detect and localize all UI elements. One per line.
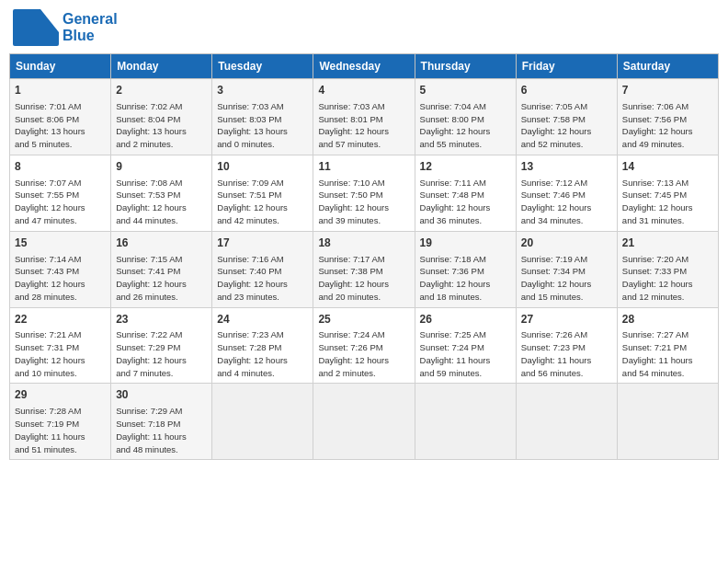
calendar-cell: 28Sunrise: 7:27 AM Sunset: 7:21 PM Dayli… — [617, 307, 718, 384]
day-number: 30 — [116, 387, 207, 403]
day-detail: Sunrise: 7:16 AM Sunset: 7:40 PM Dayligh… — [217, 253, 308, 304]
calendar-cell: 30Sunrise: 7:29 AM Sunset: 7:18 PM Dayli… — [111, 384, 212, 460]
calendar-table: SundayMondayTuesdayWednesdayThursdayFrid… — [9, 53, 719, 460]
weekday-header-monday: Monday — [111, 54, 212, 79]
day-number: 18 — [318, 236, 409, 251]
calendar-cell — [212, 384, 313, 460]
calendar-cell: 26Sunrise: 7:25 AM Sunset: 7:24 PM Dayli… — [415, 307, 516, 384]
day-detail: Sunrise: 7:23 AM Sunset: 7:28 PM Dayligh… — [217, 328, 308, 379]
day-number: 13 — [521, 159, 612, 175]
weekday-header-sunday: Sunday — [10, 54, 111, 79]
day-number: 21 — [622, 236, 713, 251]
day-number: 9 — [116, 159, 207, 175]
day-number: 22 — [15, 312, 106, 327]
day-number: 28 — [622, 312, 713, 327]
logo: GeneralBlue — [13, 9, 118, 46]
calendar-cell: 15Sunrise: 7:14 AM Sunset: 7:43 PM Dayli… — [10, 231, 111, 307]
calendar-cell: 5Sunrise: 7:04 AM Sunset: 8:00 PM Daylig… — [415, 79, 516, 155]
day-detail: Sunrise: 7:27 AM Sunset: 7:21 PM Dayligh… — [622, 328, 713, 379]
day-detail: Sunrise: 7:14 AM Sunset: 7:43 PM Dayligh… — [15, 253, 106, 304]
day-number: 4 — [318, 83, 409, 98]
calendar-cell: 20Sunrise: 7:19 AM Sunset: 7:34 PM Dayli… — [516, 231, 617, 307]
day-number: 20 — [521, 236, 612, 251]
day-number: 14 — [622, 159, 713, 175]
day-number: 8 — [15, 159, 106, 175]
calendar-cell: 22Sunrise: 7:21 AM Sunset: 7:31 PM Dayli… — [10, 307, 111, 384]
calendar-cell: 1Sunrise: 7:01 AM Sunset: 8:06 PM Daylig… — [10, 79, 111, 155]
calendar-cell: 12Sunrise: 7:11 AM Sunset: 7:48 PM Dayli… — [415, 155, 516, 231]
weekday-header-wednesday: Wednesday — [313, 54, 415, 79]
day-detail: Sunrise: 7:20 AM Sunset: 7:33 PM Dayligh… — [622, 253, 713, 304]
day-detail: Sunrise: 7:26 AM Sunset: 7:23 PM Dayligh… — [521, 328, 612, 379]
day-detail: Sunrise: 7:25 AM Sunset: 7:24 PM Dayligh… — [420, 328, 511, 379]
day-number: 16 — [116, 236, 207, 251]
day-detail: Sunrise: 7:10 AM Sunset: 7:50 PM Dayligh… — [318, 177, 409, 227]
calendar-cell: 10Sunrise: 7:09 AM Sunset: 7:51 PM Dayli… — [212, 155, 313, 231]
logo-blue: Blue — [63, 28, 118, 44]
day-number: 12 — [420, 159, 511, 175]
day-number: 5 — [420, 83, 511, 98]
calendar-cell: 18Sunrise: 7:17 AM Sunset: 7:38 PM Dayli… — [313, 231, 415, 307]
calendar-cell: 6Sunrise: 7:05 AM Sunset: 7:58 PM Daylig… — [516, 79, 617, 155]
calendar-cell: 3Sunrise: 7:03 AM Sunset: 8:03 PM Daylig… — [212, 79, 313, 155]
calendar-cell — [516, 384, 617, 460]
day-detail: Sunrise: 7:02 AM Sunset: 8:04 PM Dayligh… — [116, 100, 207, 151]
calendar-cell: 9Sunrise: 7:08 AM Sunset: 7:53 PM Daylig… — [111, 155, 212, 231]
day-detail: Sunrise: 7:03 AM Sunset: 8:01 PM Dayligh… — [318, 100, 409, 151]
day-detail: Sunrise: 7:04 AM Sunset: 8:00 PM Dayligh… — [420, 100, 511, 151]
day-detail: Sunrise: 7:28 AM Sunset: 7:19 PM Dayligh… — [15, 405, 106, 455]
day-detail: Sunrise: 7:19 AM Sunset: 7:34 PM Dayligh… — [521, 253, 612, 304]
day-number: 23 — [116, 312, 207, 327]
day-detail: Sunrise: 7:17 AM Sunset: 7:38 PM Dayligh… — [318, 253, 409, 304]
weekday-header-tuesday: Tuesday — [212, 54, 313, 79]
day-number: 2 — [116, 83, 207, 98]
day-detail: Sunrise: 7:12 AM Sunset: 7:46 PM Dayligh… — [521, 177, 612, 227]
calendar-cell: 21Sunrise: 7:20 AM Sunset: 7:33 PM Dayli… — [617, 231, 718, 307]
weekday-header-friday: Friday — [516, 54, 617, 79]
day-detail: Sunrise: 7:05 AM Sunset: 7:58 PM Dayligh… — [521, 100, 612, 151]
day-detail: Sunrise: 7:24 AM Sunset: 7:26 PM Dayligh… — [318, 328, 409, 379]
day-number: 10 — [217, 159, 308, 175]
day-detail: Sunrise: 7:13 AM Sunset: 7:45 PM Dayligh… — [622, 177, 713, 227]
calendar-cell: 7Sunrise: 7:06 AM Sunset: 7:56 PM Daylig… — [617, 79, 718, 155]
day-detail: Sunrise: 7:03 AM Sunset: 8:03 PM Dayligh… — [217, 100, 308, 151]
calendar-cell: 4Sunrise: 7:03 AM Sunset: 8:01 PM Daylig… — [313, 79, 415, 155]
calendar-cell: 29Sunrise: 7:28 AM Sunset: 7:19 PM Dayli… — [10, 384, 111, 460]
weekday-header-saturday: Saturday — [617, 54, 718, 79]
logo-general: General — [63, 11, 118, 28]
calendar-cell — [617, 384, 718, 460]
day-number: 1 — [15, 83, 106, 98]
day-detail: Sunrise: 7:09 AM Sunset: 7:51 PM Dayligh… — [217, 177, 308, 227]
day-number: 25 — [318, 312, 409, 327]
calendar-cell: 13Sunrise: 7:12 AM Sunset: 7:46 PM Dayli… — [516, 155, 617, 231]
day-detail: Sunrise: 7:07 AM Sunset: 7:55 PM Dayligh… — [15, 177, 106, 227]
calendar-cell: 27Sunrise: 7:26 AM Sunset: 7:23 PM Dayli… — [516, 307, 617, 384]
calendar-cell: 19Sunrise: 7:18 AM Sunset: 7:36 PM Dayli… — [415, 231, 516, 307]
day-detail: Sunrise: 7:18 AM Sunset: 7:36 PM Dayligh… — [420, 253, 511, 304]
page-header: GeneralBlue — [9, 9, 719, 46]
day-number: 6 — [521, 83, 612, 98]
day-detail: Sunrise: 7:22 AM Sunset: 7:29 PM Dayligh… — [116, 328, 207, 379]
calendar-cell: 11Sunrise: 7:10 AM Sunset: 7:50 PM Dayli… — [313, 155, 415, 231]
day-number: 24 — [217, 312, 308, 327]
day-detail: Sunrise: 7:29 AM Sunset: 7:18 PM Dayligh… — [116, 405, 207, 455]
day-number: 29 — [15, 387, 106, 403]
day-detail: Sunrise: 7:08 AM Sunset: 7:53 PM Dayligh… — [116, 177, 207, 227]
day-number: 15 — [15, 236, 106, 251]
day-detail: Sunrise: 7:01 AM Sunset: 8:06 PM Dayligh… — [15, 100, 106, 151]
calendar-cell: 2Sunrise: 7:02 AM Sunset: 8:04 PM Daylig… — [111, 79, 212, 155]
calendar-cell: 14Sunrise: 7:13 AM Sunset: 7:45 PM Dayli… — [617, 155, 718, 231]
calendar-cell — [313, 384, 415, 460]
calendar-cell: 24Sunrise: 7:23 AM Sunset: 7:28 PM Dayli… — [212, 307, 313, 384]
calendar-cell: 16Sunrise: 7:15 AM Sunset: 7:41 PM Dayli… — [111, 231, 212, 307]
calendar-cell — [415, 384, 516, 460]
logo-icon — [13, 9, 59, 46]
day-number: 17 — [217, 236, 308, 251]
calendar-cell: 8Sunrise: 7:07 AM Sunset: 7:55 PM Daylig… — [10, 155, 111, 231]
day-number: 3 — [217, 83, 308, 98]
calendar-cell: 25Sunrise: 7:24 AM Sunset: 7:26 PM Dayli… — [313, 307, 415, 384]
day-number: 26 — [420, 312, 511, 327]
day-number: 19 — [420, 236, 511, 251]
calendar-cell: 23Sunrise: 7:22 AM Sunset: 7:29 PM Dayli… — [111, 307, 212, 384]
day-detail: Sunrise: 7:06 AM Sunset: 7:56 PM Dayligh… — [622, 100, 713, 151]
